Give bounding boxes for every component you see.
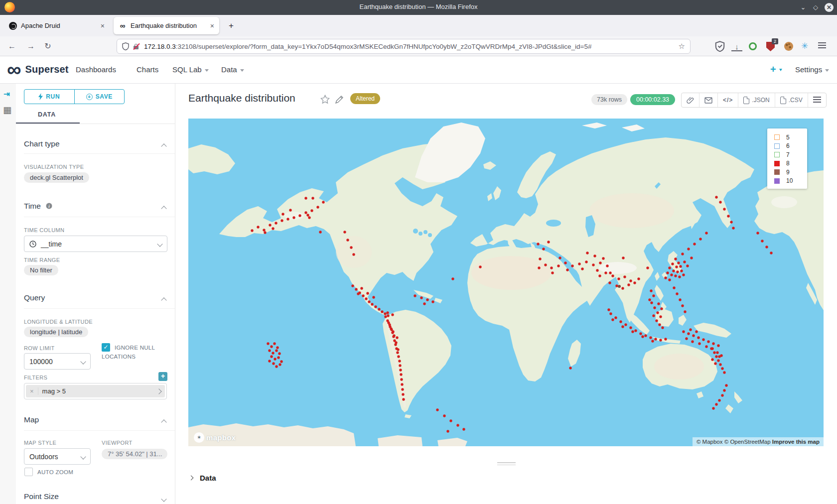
earthquake-point[interactable] [675,265,678,268]
earthquake-point[interactable] [715,403,717,405]
nav-dashboards[interactable]: Dashboards [76,65,116,74]
earthquake-point[interactable] [270,355,273,358]
earthquake-point[interactable] [719,363,721,366]
lonlat-value[interactable]: longitude | latitude [24,327,88,337]
earthquake-point[interactable] [732,227,734,229]
run-button[interactable]: RUN [24,90,75,104]
earthquake-point[interactable] [702,338,704,341]
earthquake-point[interactable] [655,319,658,322]
earthquake-point[interactable] [676,270,679,273]
earthquake-point[interactable] [368,300,370,303]
earthquake-point[interactable] [581,267,583,270]
earthquake-point[interactable] [652,314,655,317]
earthquake-point[interactable] [651,340,654,342]
earthquake-point[interactable] [721,367,723,370]
earthquake-point[interactable] [692,334,695,337]
earthquake-point[interactable] [624,323,627,326]
earthquake-point[interactable] [443,414,445,417]
earthquake-point[interactable] [619,320,622,323]
earthquake-point[interactable] [268,349,271,352]
earthquake-point[interactable] [384,315,387,318]
earthquake-point[interactable] [387,321,390,324]
earthquake-point[interactable] [627,283,630,286]
earthquake-point[interactable] [680,269,683,272]
chevron-up-icon[interactable] [161,206,166,211]
earthquake-point[interactable] [664,276,667,279]
earthquake-point[interactable] [712,407,714,409]
earthquake-point[interactable] [316,206,319,208]
earthquake-point[interactable] [659,315,662,318]
window-minimize-button[interactable]: ⌄ [798,2,808,12]
visualization-type-value[interactable]: deck.gl Scatterplot [24,172,89,183]
earthquake-point[interactable] [371,303,373,305]
earthquake-point[interactable] [593,254,596,257]
tab-earthquake-distribution[interactable]: ∞ Earthquake distribution × [114,17,219,34]
earthquake-point[interactable] [414,294,416,297]
earthquake-point[interactable] [673,286,675,289]
earthquake-point[interactable] [426,298,428,301]
back-button[interactable]: ← [6,40,18,52]
data-results-collapse[interactable]: Data [189,474,216,482]
viewport-value[interactable]: 7° 35' 54.02" | 31... [102,449,167,459]
earthquake-point[interactable] [719,201,721,203]
earthquake-point[interactable] [686,264,689,267]
earthquake-point[interactable] [292,216,295,219]
earthquake-point[interactable] [279,363,281,366]
earthquake-point[interactable] [712,342,714,345]
export-json-button[interactable]: .JSON [738,93,775,107]
earthquake-point[interactable] [558,256,561,259]
earthquake-point[interactable] [350,246,352,249]
earthquake-point[interactable] [608,281,611,284]
earthquake-point[interactable] [304,211,307,214]
earthquake-point[interactable] [272,362,275,365]
earthquake-point[interactable] [598,274,601,277]
earthquake-point[interactable] [715,355,717,358]
earthquake-point[interactable] [311,197,314,199]
earthquake-point[interactable] [272,352,274,354]
earthquake-point[interactable] [637,277,640,280]
save-button[interactable]: + SAVE [75,90,125,104]
earthquake-point[interactable] [609,271,611,274]
earthquake-point[interactable] [544,263,547,266]
earthquake-point[interactable] [697,336,699,339]
earthquake-point[interactable] [689,328,692,331]
earthquake-point[interactable] [649,336,652,339]
earthquake-point[interactable] [596,269,598,271]
earthquake-point[interactable] [399,364,401,367]
legend-entry[interactable]: 6 [774,142,807,151]
earthquake-point[interactable] [539,257,541,260]
earthquake-point[interactable] [717,344,719,347]
earthquake-point[interactable] [646,266,649,269]
earthquake-point[interactable] [280,360,282,363]
earthquake-point[interactable] [617,277,620,280]
section-chart-type[interactable]: Chart type [24,139,167,148]
earthquake-point[interactable] [685,337,688,340]
earthquake-point[interactable] [264,231,266,234]
more-options-button[interactable] [808,93,826,107]
earthquake-point[interactable] [366,292,369,294]
legend-entry[interactable]: 5 [774,133,807,142]
earthquake-point[interactable] [542,248,545,250]
panel-resize-handle[interactable] [497,462,516,467]
earthquake-point[interactable] [723,208,725,210]
map-style-select[interactable]: Outdoors [24,448,91,465]
earthquake-point[interactable] [666,271,669,274]
earthquake-point[interactable] [602,257,604,259]
reload-button[interactable]: ↻ [42,40,54,52]
earthquake-point[interactable] [281,213,284,215]
earthquake-point[interactable] [674,257,677,260]
earthquake-point[interactable] [599,261,601,264]
earthquake-point[interactable] [682,330,685,333]
earthquake-point[interactable] [550,266,553,269]
attribution-mapbox[interactable]: © Mapbox [697,439,723,445]
earthquake-point[interactable] [251,229,253,232]
earthquake-point[interactable] [705,345,707,348]
earthquake-point[interactable] [611,318,614,321]
earthquake-point[interactable] [660,307,663,310]
earthquake-point[interactable] [400,378,403,380]
earthquake-point[interactable] [402,393,404,395]
earthquake-point[interactable] [687,332,690,335]
earthquake-point[interactable] [621,325,624,328]
nav-charts[interactable]: Charts [137,65,158,74]
earthquake-point[interactable] [268,360,271,362]
